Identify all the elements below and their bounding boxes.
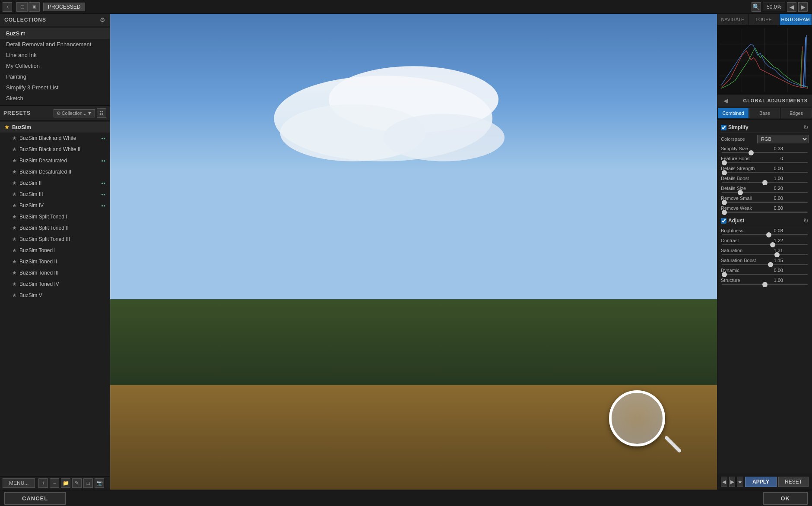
preset-name: BuzSim Toned II — [19, 259, 105, 265]
remove-small-slider-row — [721, 202, 809, 203]
processed-label: PROCESSED — [43, 3, 85, 11]
remove-weak-slider[interactable] — [722, 212, 808, 213]
brightness-slider[interactable] — [722, 234, 808, 235]
bottom-bar: CANCEL OK — [0, 490, 812, 506]
dot-indicator: ● — [101, 181, 103, 185]
details-strength-slider[interactable] — [722, 172, 808, 173]
preset-name: BuzSim Toned IV — [19, 281, 105, 287]
adjust-section-name: Adjust — [728, 218, 802, 224]
star-icon: ★ — [12, 259, 17, 265]
star-icon: ★ — [12, 135, 17, 141]
preset-item-toned3[interactable]: ★ BuzSim Toned III — [0, 267, 110, 278]
preset-item-iv[interactable]: ★ BuzSim IV ● — [0, 200, 110, 211]
collection-item-detail[interactable]: Detail Removal and Enhancement — [0, 39, 110, 50]
zoom-level: 🔍 50.0% ◀ ▶ — [752, 2, 812, 12]
dot-indicator: ● — [101, 136, 103, 140]
contrast-slider[interactable] — [722, 244, 808, 245]
preset-item-v[interactable]: ★ BuzSim V — [0, 290, 110, 301]
preset-name: BuzSim Split Toned I — [19, 214, 105, 220]
zoom-next-button[interactable]: ▶ — [798, 2, 808, 12]
preset-item-ii[interactable]: ★ BuzSim II ● — [0, 177, 110, 189]
magnifier-overlay — [609, 390, 665, 446]
preset-item-bw2[interactable]: ★ BuzSim Black and White II — [0, 144, 110, 155]
dynamic-slider[interactable] — [722, 274, 808, 275]
simplify-section-name: Simplify — [728, 124, 802, 130]
saturation-slider[interactable] — [722, 254, 808, 255]
edit-button[interactable]: ✎ — [72, 478, 82, 488]
saturation-boost-slider[interactable] — [722, 264, 808, 265]
chevron-icon: ▼ — [87, 111, 92, 116]
single-view-button[interactable]: ▢ — [16, 2, 28, 12]
preset-item-desat[interactable]: ★ BuzSim Desaturated ● — [0, 155, 110, 166]
collection-item-mycollection[interactable]: My Collection — [0, 60, 110, 71]
star-icon: ★ — [12, 169, 17, 175]
colorspace-select[interactable]: RGB HSL Lab — [757, 135, 809, 143]
apply-button[interactable]: APPLY — [745, 477, 777, 487]
preset-item-iii[interactable]: ★ BuzSim III ● — [0, 189, 110, 200]
menu-button[interactable]: MENU... — [3, 478, 35, 488]
history-back-button[interactable]: ◀ — [721, 477, 727, 487]
preset-name: BuzSim Toned I — [19, 247, 105, 253]
nav-prev-button[interactable]: ‹ — [3, 2, 12, 12]
preset-item-toned4[interactable]: ★ BuzSim Toned IV — [0, 278, 110, 290]
zoom-search-button[interactable]: 🔍 — [752, 2, 761, 12]
base-tab[interactable]: Base — [749, 108, 780, 118]
simplify-checkbox[interactable] — [721, 125, 726, 130]
left-sidebar: COLLECTIONS ⚙ BuzSim Detail Removal and … — [0, 14, 110, 490]
star-icon: ★ — [12, 214, 17, 220]
folder-button[interactable]: 📁 — [61, 478, 70, 488]
details-size-slider[interactable] — [722, 192, 808, 193]
collapse-button[interactable]: ◀ — [722, 97, 730, 104]
combined-tab[interactable]: Combined — [718, 108, 749, 118]
split-view-button[interactable]: ▣ — [29, 2, 40, 12]
collection-dropdown-button[interactable]: ⚙ Collection... ▼ — [54, 109, 95, 117]
collection-item-buzsim[interactable]: BuzSim — [0, 28, 110, 39]
histogram-tab[interactable]: HISTOGRAM — [780, 14, 812, 25]
gear-icon: ⚙ — [57, 111, 61, 116]
preset-item-split3[interactable]: ★ BuzSim Split Toned III — [0, 234, 110, 245]
collection-item-line[interactable]: Line and Ink — [0, 50, 110, 60]
simplify-reset-icon[interactable]: ↻ — [803, 124, 809, 131]
edges-tab[interactable]: Edges — [781, 108, 812, 118]
preset-item-toned2[interactable]: ★ BuzSim Toned II — [0, 256, 110, 267]
bookmark-button[interactable]: ★ — [737, 477, 743, 487]
canvas-area — [110, 14, 717, 490]
sidebar-bottom: MENU... + − 📁 ✎ □ 📷 — [0, 476, 110, 490]
adjust-reset-icon[interactable]: ↻ — [803, 217, 809, 224]
collection-item-simplify[interactable]: Simplify 3 Preset List — [0, 82, 110, 93]
preset-item-split1[interactable]: ★ BuzSim Split Toned I — [0, 211, 110, 222]
collections-gear-icon[interactable]: ⚙ — [100, 16, 105, 23]
reset-button[interactable]: RESET — [778, 477, 809, 487]
duplicate-button[interactable]: □ — [83, 478, 93, 488]
histogram-svg — [719, 27, 810, 93]
structure-slider[interactable] — [722, 284, 808, 285]
preset-item-split2[interactable]: ★ BuzSim Split Toned II — [0, 222, 110, 234]
cancel-button[interactable]: CANCEL — [4, 492, 66, 505]
feature-boost-slider[interactable] — [722, 162, 808, 163]
add-button[interactable]: + — [38, 478, 48, 488]
camera-button[interactable]: 📷 — [95, 478, 104, 488]
preset-name: BuzSim Desaturated — [19, 158, 101, 164]
collections-header: COLLECTIONS ⚙ — [0, 14, 110, 26]
preset-grid-view-button[interactable]: ☷ — [97, 108, 106, 118]
simplify-size-slider[interactable] — [722, 152, 808, 153]
preset-name: BuzSim Toned III — [19, 270, 105, 276]
zoom-value: 50.0% — [763, 3, 785, 11]
zoom-prev-button[interactable]: ◀ — [787, 2, 796, 12]
ok-button[interactable]: OK — [763, 492, 808, 505]
global-adjustments-header: ◀ GLOBAL ADJUSTMENTS — [717, 95, 812, 107]
preset-item-bw[interactable]: ★ BuzSim Black and White ● — [0, 133, 110, 144]
details-boost-slider[interactable] — [722, 182, 808, 183]
minus-button[interactable]: − — [50, 478, 59, 488]
preset-item-desat2[interactable]: ★ BuzSim Desaturated II — [0, 166, 110, 177]
preset-item-toned1[interactable]: ★ BuzSim Toned I — [0, 245, 110, 256]
top-bar: ‹ ▢ ▣ PROCESSED 🔍 50.0% ◀ ▶ — [0, 0, 812, 14]
collection-item-sketch[interactable]: Sketch — [0, 93, 110, 104]
loupe-tab[interactable]: LOUPE — [749, 14, 780, 25]
star-icon: ★ — [4, 124, 10, 130]
adjust-checkbox[interactable] — [721, 218, 726, 224]
collection-item-painting[interactable]: Painting — [0, 71, 110, 82]
remove-small-slider[interactable] — [722, 202, 808, 203]
history-forward-button[interactable]: ▶ — [729, 477, 736, 487]
navigate-tab[interactable]: NAVIGATE — [717, 14, 749, 25]
